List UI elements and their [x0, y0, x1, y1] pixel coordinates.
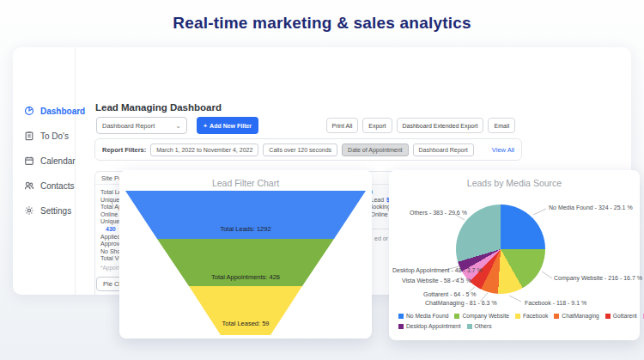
calendar-icon — [24, 156, 34, 166]
funnel-chart: Total Leads: 1292 Total Appointments: 42… — [119, 189, 372, 339]
legend-label: Facebook — [523, 313, 548, 319]
pie-slice-label: Gottarent - 64 - 5 % — [423, 291, 476, 297]
sidebar-item-label: To Do's — [40, 131, 69, 141]
action-button-print-all[interactable]: Print All — [326, 118, 359, 133]
legend-label: ChatManaging — [562, 313, 599, 319]
export-actions: Print AllExportDashboard Extended Export… — [326, 118, 515, 133]
legend-swatch — [398, 314, 404, 319]
legend-label: Others — [475, 323, 492, 329]
funnel-segment-label: Total Leased: 59 — [119, 320, 372, 327]
sidebar-item-label: Contacts — [40, 181, 74, 191]
legend-item: Others — [467, 323, 492, 329]
pie-slice-label: Company Website - 216 - 16.7 % — [554, 275, 642, 281]
report-select-value: Dashboard Report — [102, 122, 155, 130]
funnel-segment-label: Total Appointments: 426 — [119, 273, 372, 281]
report-filters-bar: Report Filters: March 1, 2022 to Novembe… — [94, 138, 522, 161]
action-button-dashboard-extended-export[interactable]: Dashboard Extended Export — [397, 118, 484, 133]
sidebar-item-label: Calendar — [40, 156, 76, 166]
clipboard-icon — [24, 131, 34, 141]
sidebar-item-settings[interactable]: Settings — [24, 205, 71, 216]
gear-icon — [24, 205, 34, 216]
sidebar-item-label: Settings — [40, 206, 71, 216]
sidebar-item-label: Dashboard — [40, 107, 85, 116]
legend-item: ChatManaging — [554, 313, 599, 319]
sidebar-item-dashboard[interactable]: Dashboard — [24, 106, 85, 116]
legend-label: Company Website — [462, 313, 509, 319]
pie-slice-label: No Media Found - 324 - 25.1 % — [549, 204, 633, 211]
action-button-email[interactable]: Email — [488, 118, 515, 133]
pie-slice-label: ChatManaging - 81 - 6.3 % — [425, 300, 497, 306]
pie-legend-row: Desktop AppointmentOthers — [398, 323, 635, 329]
pie-legend-row: No Media FoundCompany WebsiteFacebookCha… — [398, 313, 635, 319]
legend-item: Desktop Appointment — [398, 323, 461, 329]
plus-icon: + — [204, 123, 207, 129]
legend-label: Desktop Appointment — [406, 323, 461, 329]
pie-slice-label: Desktop Appointment - 48 - 3.7 % — [392, 267, 483, 273]
pie-slice-label: Vista Website - 58 - 4.5 % — [402, 278, 471, 284]
sidebar-item-contacts[interactable]: Contacts — [24, 180, 74, 191]
add-new-filter-button[interactable]: + Add New Filter — [197, 117, 258, 134]
legend-swatch — [454, 314, 459, 319]
lead-filter-chart-card: Lead Filter Chart Total Leads: 1292 Tota… — [119, 170, 372, 339]
sidebar-item-todos[interactable]: To Do's — [24, 131, 69, 141]
legend-item: Company Website — [454, 313, 509, 319]
hidden-text-fragment: ed or — [374, 235, 388, 241]
chevron-down-icon: ⌄ — [175, 122, 181, 130]
filter-chip[interactable]: March 1, 2022 to November 4, 2022 — [150, 143, 258, 156]
filter-chips: March 1, 2022 to November 4, 2022Calls o… — [146, 143, 473, 156]
funnel-segment-label: Total Leads: 1292 — [119, 225, 372, 233]
pie-chart-icon — [24, 106, 34, 116]
legend-item: Facebook — [515, 313, 548, 319]
page-title: Real-time marketing & sales analytics — [0, 14, 644, 33]
legend-swatch — [605, 314, 611, 319]
legend-swatch — [467, 324, 472, 329]
filter-chip[interactable]: Calls over 120 seconds — [263, 143, 337, 156]
pie-slice-label: Facebook - 118 - 9.1 % — [525, 300, 586, 306]
report-filters-label: Report Filters: — [102, 146, 146, 154]
filter-chip[interactable]: Dashboard Report — [413, 143, 474, 156]
funnel-shapes — [119, 189, 372, 339]
pie-slice-label: Others - 383 - 29.6 % — [410, 210, 467, 216]
contacts-icon — [24, 180, 34, 191]
stat-label: Applied — [100, 234, 120, 240]
legend-swatch — [398, 324, 404, 329]
report-select[interactable]: Dashboard Report ⌄ — [96, 117, 187, 134]
sidebar: Dashboard To Do's Calendar Contacts Sett… — [13, 47, 76, 295]
view-all-link[interactable]: View All — [492, 146, 514, 154]
legend-item: No Media Found — [398, 313, 448, 319]
legend-item: Gottarent — [605, 313, 637, 319]
legend-swatch — [515, 314, 520, 319]
legend-label: Gottarent — [613, 313, 637, 319]
filter-chip[interactable]: Date of Appointment — [342, 143, 408, 156]
funnel-chart-title: Lead Filter Chart — [119, 170, 372, 188]
legend-swatch — [554, 314, 559, 319]
legend-label: No Media Found — [406, 313, 448, 319]
dashboard-heading: Lead Managing Dashboard — [95, 102, 222, 113]
funnel-segment — [189, 286, 302, 335]
sidebar-item-calendar[interactable]: Calendar — [24, 156, 76, 166]
action-button-export[interactable]: Export — [362, 118, 392, 133]
leads-by-media-source-card: Leads by Media Source No Media Found - 3… — [389, 170, 640, 340]
add-new-filter-label: Add New Filter — [210, 123, 252, 129]
